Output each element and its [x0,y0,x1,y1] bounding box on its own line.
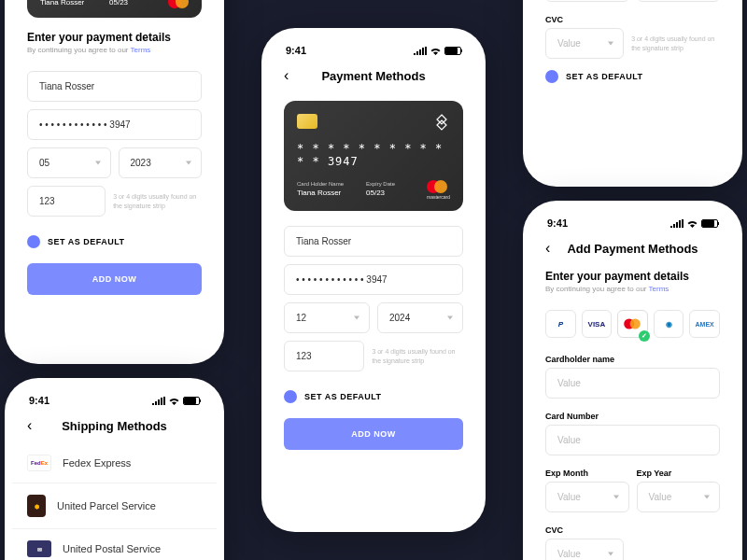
phone-shipping-methods: 9:41 ‹ Shipping Methods FedEx Fedex Expr… [5,378,224,560]
status-time: 9:41 [286,45,306,56]
exp-year-select[interactable]: Value [637,0,721,2]
payment-method-amex[interactable]: AMEX [689,310,720,338]
exp-month-select[interactable]: Value [545,482,629,512]
cvc-hint: 3 or 4 digits usually found on the signa… [113,192,202,209]
wifi-icon [686,219,698,228]
shipping-option-usps[interactable]: ✉ United Postal Service [12,529,217,560]
credit-card-preview: * * * * * * * * * * * * 3947 Card Holder… [284,101,463,211]
terms-link[interactable]: Terms [131,46,151,54]
phone-payment-methods: 9:41 ‹ Payment Methods * * * * * * * * *… [261,28,486,532]
cvc-hint: 3 or 4 digits usually found on the signa… [372,347,463,364]
default-toggle[interactable] [545,70,558,83]
signal-icon [670,219,684,228]
header: ‹ Payment Methods [269,62,478,93]
check-icon: ✓ [639,330,650,342]
payment-method-mastercard[interactable]: ✓ [617,310,648,338]
credit-card-preview: * * * * * * * * * * * 3947 Card Holder N… [27,0,202,18]
default-toggle[interactable] [284,390,297,403]
mastercard-icon: mastercard [427,180,450,200]
phone-add-payment-methods: 9:41 ‹ Add Payment Methods Enter your pa… [523,201,742,560]
phone-card-form-partial: Card Number Value Exp Month Value Exp Ye… [523,0,742,187]
fedex-icon: FedEx [27,455,51,471]
wifi-icon [168,397,180,405]
card-number-input[interactable]: • • • • • • • • • • • • 3947 [27,109,202,140]
bank-logo-icon [433,114,450,131]
terms-link[interactable]: Terms [649,285,669,293]
status-bar: 9:41 [269,35,478,62]
exp-year-select[interactable]: Value [637,482,721,512]
exp-year-select[interactable]: 2024 [377,302,463,333]
exp-month-select[interactable]: Value [545,0,629,2]
page-title: Shipping Methods [12,419,217,433]
battery-icon [701,219,718,228]
status-bar: 9:41 [530,208,735,234]
exp-year-select[interactable]: 2023 [119,147,203,178]
page-title: Payment Methods [269,69,478,83]
battery-icon [444,47,461,55]
payment-method-diners[interactable]: ◉ [654,310,684,338]
cardholder-name-input[interactable]: Tiana Rosser [284,226,463,257]
ups-icon: ⬢ [27,495,46,517]
usps-icon: ✉ [27,540,51,557]
shipping-option-ups[interactable]: ⬢ United Parcel Service [12,483,217,529]
wifi-icon [430,47,442,55]
signal-icon [152,397,165,405]
default-toggle[interactable] [27,235,40,248]
shipping-option-fedex[interactable]: FedEx Fedex Express [12,443,217,483]
payment-method-visa[interactable]: VISA [582,310,613,338]
payment-method-paypal[interactable]: P [545,310,576,338]
battery-icon [183,397,200,405]
page-title: Add Payment Methods [530,242,735,256]
cvc-input[interactable]: 123 [284,341,364,371]
card-number: * * * * * * * * * * * * 3947 [297,142,450,168]
cvc-input[interactable]: Value [545,28,624,59]
phone-payment-details: * * * * * * * * * * * 3947 Card Holder N… [5,0,224,364]
cvc-input[interactable]: Value [545,539,624,560]
card-chip-icon [297,114,317,129]
status-bar: 9:41 [12,385,217,412]
signal-icon [414,47,427,55]
default-label: SET AS DEFAULT [304,392,382,401]
cvc-input[interactable]: 123 [27,186,106,217]
exp-month-select[interactable]: 12 [284,302,370,333]
add-now-button[interactable]: ADD NOW [284,418,463,450]
add-now-button[interactable]: ADD NOW [27,263,202,295]
exp-month-select[interactable]: 05 [27,147,111,178]
cardholder-name-input[interactable]: Value [545,368,720,399]
section-title: Enter your payment details [12,27,217,46]
cardholder-name-input[interactable]: Tiana Rosser [27,71,202,102]
mastercard-icon [168,0,189,8]
card-number-input[interactable]: Value [545,425,720,455]
card-number-input[interactable]: • • • • • • • • • • • • 3947 [284,264,463,295]
